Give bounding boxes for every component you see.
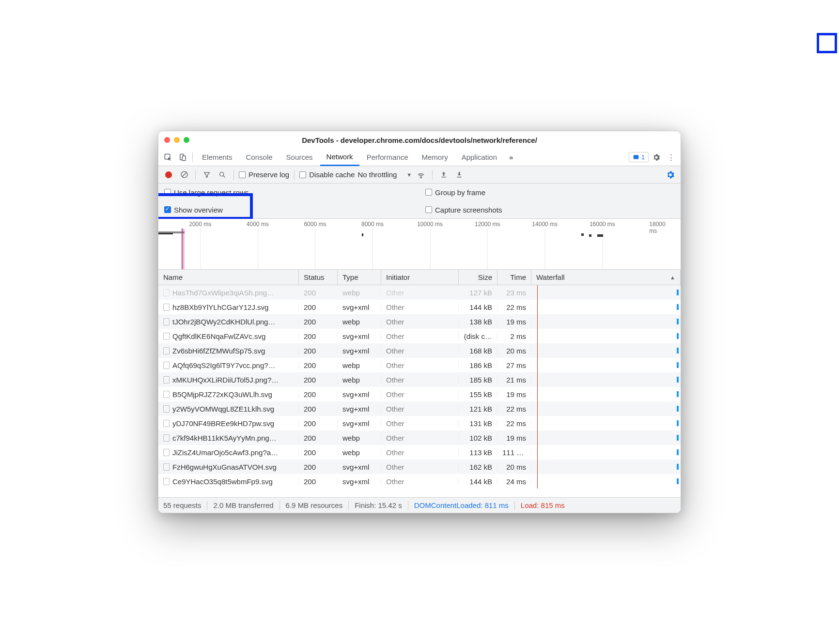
request-initiator: Other bbox=[381, 434, 459, 442]
preserve-log-checkbox[interactable]: Preserve log bbox=[239, 170, 289, 179]
search-icon[interactable] bbox=[216, 169, 229, 181]
group-by-frame-checkbox[interactable]: Group by frame bbox=[425, 188, 485, 197]
waterfall-cell bbox=[531, 300, 681, 314]
table-row[interactable]: c7kf94kHB11kK5AyYyMn.png… 200 webp Other… bbox=[158, 430, 681, 445]
waterfall-cell bbox=[531, 372, 681, 387]
request-table: HasThd7GxWlipe3qiASh.png… 200 webp Other… bbox=[158, 285, 681, 497]
tab-memory[interactable]: Memory bbox=[416, 149, 454, 166]
timeline-tick: 14000 ms bbox=[532, 221, 558, 228]
col-size[interactable]: Size bbox=[459, 270, 497, 285]
request-time: 2 ms bbox=[497, 332, 531, 340]
request-status: 200 bbox=[299, 318, 338, 326]
record-button[interactable] bbox=[162, 169, 175, 181]
timeline-tick: 18000 ms bbox=[649, 221, 670, 234]
svg-point-8 bbox=[420, 177, 421, 178]
issues-badge[interactable]: 1 bbox=[629, 152, 649, 162]
col-waterfall[interactable]: Waterfall ▲ bbox=[531, 270, 681, 285]
col-type[interactable]: Type bbox=[338, 270, 381, 285]
table-row[interactable]: Zv6sbHi6fZfZMWufSp75.svg 200 svg+xml Oth… bbox=[158, 343, 681, 358]
network-conditions-icon[interactable] bbox=[415, 169, 427, 181]
request-time: 22 ms bbox=[497, 303, 531, 311]
table-row[interactable]: HasThd7GxWlipe3qiASh.png… 200 webp Other… bbox=[158, 285, 681, 300]
table-row[interactable]: B5QMjpRJZ72xKQ3uWLlh.svg 200 svg+xml Oth… bbox=[158, 387, 681, 401]
network-settings-gear-icon[interactable] bbox=[664, 169, 677, 181]
overview-timeline[interactable]: 2000 ms 4000 ms 6000 ms 8000 ms 10000 ms… bbox=[158, 219, 681, 270]
settings-icon[interactable] bbox=[650, 151, 663, 164]
clear-icon[interactable] bbox=[178, 169, 190, 181]
col-name[interactable]: Name bbox=[158, 270, 299, 285]
request-name: B5QMjpRJZ72xKQ3uWLlh.svg bbox=[172, 390, 272, 399]
stat-finish: Finish: 15.42 s bbox=[355, 501, 402, 509]
col-initiator[interactable]: Initiator bbox=[381, 270, 459, 285]
request-initiator: Other bbox=[381, 289, 459, 297]
timeline-tick: 6000 ms bbox=[304, 221, 326, 228]
throttling-select[interactable]: No throttling ▼ bbox=[357, 170, 412, 179]
request-status: 200 bbox=[299, 463, 338, 471]
close-window[interactable] bbox=[164, 137, 170, 143]
request-name: tJOhr2jBQWy2CdKHDlUl.png… bbox=[172, 318, 275, 326]
svg-rect-10 bbox=[457, 177, 462, 177]
request-name: Zv6sbHi6fZfZMWufSp75.svg bbox=[172, 347, 265, 355]
device-toggle-icon[interactable] bbox=[176, 151, 189, 164]
minimize-window[interactable] bbox=[174, 137, 180, 143]
request-type: svg+xml bbox=[338, 332, 381, 340]
request-time: 22 ms bbox=[497, 419, 531, 428]
request-name: FzH6gwuHgXuGnasATVOH.svg bbox=[172, 463, 277, 471]
request-name: HasThd7GxWlipe3qiASh.png… bbox=[172, 289, 274, 297]
request-initiator: Other bbox=[381, 332, 459, 340]
tab-console[interactable]: Console bbox=[240, 149, 279, 166]
devtools-window: DevTools - developer.chrome.com/docs/dev… bbox=[158, 131, 681, 513]
disable-cache-label: Disable cache bbox=[309, 170, 355, 179]
throttling-label: No throttling bbox=[357, 170, 397, 179]
table-header: Name Status Type Initiator Size Time Wat… bbox=[158, 270, 681, 285]
timeline-tick: 10000 ms bbox=[417, 221, 443, 228]
upload-har-icon[interactable] bbox=[437, 169, 450, 181]
svg-rect-2 bbox=[182, 156, 186, 161]
maximize-window[interactable] bbox=[184, 137, 189, 143]
request-initiator: Other bbox=[381, 390, 459, 399]
request-status: 200 bbox=[299, 405, 338, 413]
more-tabs-icon[interactable]: » bbox=[504, 151, 518, 164]
file-icon bbox=[163, 289, 170, 296]
capture-screenshots-checkbox[interactable]: Capture screenshots bbox=[425, 206, 502, 214]
svg-line-7 bbox=[223, 176, 225, 177]
table-row[interactable]: hz8BXb9YlYLhCGarY12J.svg 200 svg+xml Oth… bbox=[158, 300, 681, 314]
table-row[interactable]: AQfq69qS2Ig6lT9Y7vcc.png?… 200 webp Othe… bbox=[158, 358, 681, 372]
disable-cache-checkbox[interactable]: Disable cache bbox=[299, 170, 355, 179]
waterfall-cell bbox=[531, 445, 681, 460]
tab-performance[interactable]: Performance bbox=[360, 149, 415, 166]
table-row[interactable]: y2W5yVOMWqgL8ZE1Lklh.svg 200 svg+xml Oth… bbox=[158, 401, 681, 416]
request-type: webp bbox=[338, 376, 381, 384]
inspect-icon[interactable] bbox=[161, 151, 175, 164]
request-name: c7kf94kHB11kK5AyYyMn.png… bbox=[172, 434, 277, 442]
table-row[interactable]: Ce9YHacO35q8t5wbmFp9.svg 200 svg+xml Oth… bbox=[158, 474, 681, 489]
file-icon bbox=[163, 420, 170, 427]
table-row[interactable]: FzH6gwuHgXuGnasATVOH.svg 200 svg+xml Oth… bbox=[158, 460, 681, 474]
stat-resources: 6.9 MB resources bbox=[286, 501, 343, 509]
table-row[interactable]: xMKUHQxXLiRDiiUTol5J.png?… 200 webp Othe… bbox=[158, 372, 681, 387]
request-type: webp bbox=[338, 448, 381, 457]
table-row[interactable]: JiZisZ4UmarOjo5cAwf3.png?a… 200 webp Oth… bbox=[158, 445, 681, 460]
tab-network[interactable]: Network bbox=[320, 149, 359, 166]
table-row[interactable]: tJOhr2jBQWy2CdKHDlUl.png… 200 webp Other… bbox=[158, 314, 681, 329]
download-har-icon[interactable] bbox=[453, 169, 466, 181]
request-type: svg+xml bbox=[338, 303, 381, 311]
request-type: svg+xml bbox=[338, 477, 381, 486]
filter-icon[interactable] bbox=[201, 169, 213, 181]
file-icon bbox=[163, 463, 170, 471]
tab-sources[interactable]: Sources bbox=[280, 149, 319, 166]
request-size: 185 kB bbox=[459, 376, 497, 384]
request-size: 155 kB bbox=[459, 390, 497, 399]
col-status[interactable]: Status bbox=[299, 270, 338, 285]
window-title: DevTools - developer.chrome.com/docs/dev… bbox=[158, 136, 681, 144]
tab-application[interactable]: Application bbox=[455, 149, 503, 166]
timeline-tick: 8000 ms bbox=[361, 221, 384, 228]
request-size: 162 kB bbox=[459, 463, 497, 471]
tab-elements[interactable]: Elements bbox=[196, 149, 239, 166]
request-status: 200 bbox=[299, 347, 338, 355]
table-row[interactable]: QgftKdlKE6NqaFwlZAVc.svg 200 svg+xml Oth… bbox=[158, 329, 681, 343]
waterfall-cell bbox=[531, 460, 681, 474]
more-menu-icon[interactable]: ⋮ bbox=[664, 151, 678, 164]
col-time[interactable]: Time bbox=[497, 270, 531, 285]
table-row[interactable]: yDJ70NF49BREe9kHD7pw.svg 200 svg+xml Oth… bbox=[158, 416, 681, 430]
